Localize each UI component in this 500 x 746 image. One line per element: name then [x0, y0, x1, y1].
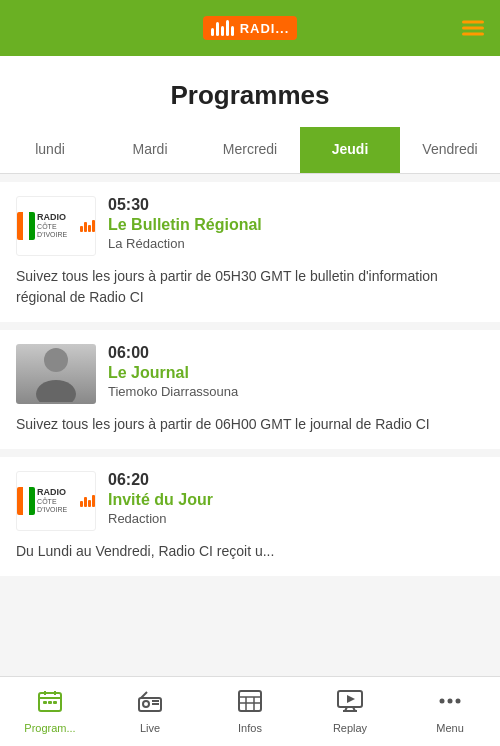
program-desc-3: Du Lundi au Vendredi, Radio CI reçoit u.… [16, 541, 484, 562]
radio-ci-label-3: RADIO CÔTE D'IVOIRE [37, 488, 76, 513]
program-name-3: Invité du Jour [108, 491, 484, 509]
app-header: RADI... [0, 0, 500, 56]
calendar-icon [38, 690, 62, 718]
screen-icon [337, 690, 363, 718]
person-silhouette-icon [32, 346, 80, 402]
flag-green [29, 212, 35, 240]
logo-box: RADI... [203, 16, 298, 40]
tab-mardi[interactable]: Mardi [100, 127, 200, 173]
svg-point-10 [143, 701, 149, 707]
program-thumb-3: RADIO CÔTE D'IVOIRE [16, 471, 96, 531]
nav-programs-label: Program... [24, 722, 75, 734]
wave-1 [80, 226, 83, 232]
svg-point-26 [456, 698, 461, 703]
nav-programs[interactable]: Program... [0, 682, 100, 742]
programs-list: RADIO CÔTE D'IVOIRE 05:30 Le Bulletin Ré… [0, 174, 500, 688]
program-info-3: 06:20 Invité du Jour Redaction [108, 471, 484, 526]
radio-ci-label: RADIO CÔTE D'IVOIRE [37, 213, 76, 238]
program-name-1: Le Bulletin Régional [108, 216, 484, 234]
radio-ci-text-1: RADIO [37, 213, 66, 223]
radio-waves-icon [80, 220, 95, 232]
wave-bar-1 [211, 28, 214, 36]
tab-lundi[interactable]: lundi [0, 127, 100, 173]
nav-infos[interactable]: Infos [200, 682, 300, 742]
wave-3-3 [88, 500, 91, 507]
program-time-2: 06:00 [108, 344, 484, 362]
dots-icon [437, 690, 463, 718]
radio-icon [137, 690, 163, 718]
program-time-3: 06:20 [108, 471, 484, 489]
page-title: Programmes [0, 80, 500, 111]
program-info-1: 05:30 Le Bulletin Régional La Rédaction [108, 196, 484, 251]
nav-replay[interactable]: Replay [300, 682, 400, 742]
program-author-2: Tiemoko Diarrassouna [108, 384, 484, 399]
tab-jeudi[interactable]: Jeudi [300, 127, 400, 173]
wave-3 [88, 225, 91, 232]
svg-point-24 [440, 698, 445, 703]
wave-bar-4 [226, 20, 229, 36]
flag-icon-3 [17, 487, 35, 515]
logo-waves-icon [211, 20, 234, 36]
nav-live-label: Live [140, 722, 160, 734]
nav-menu-label: Menu [436, 722, 464, 734]
program-card-2: 06:00 Le Journal Tiemoko Diarrassouna Su… [0, 330, 500, 449]
top-menu-button[interactable] [462, 21, 484, 36]
svg-point-25 [448, 698, 453, 703]
grid-icon [238, 690, 262, 718]
tab-vendredi[interactable]: Vendredi [400, 127, 500, 173]
program-time-1: 05:30 [108, 196, 484, 214]
program-author-1: La Rédaction [108, 236, 484, 251]
nav-replay-label: Replay [333, 722, 367, 734]
app-logo: RADI... [203, 16, 298, 40]
wave-3-1 [80, 501, 83, 507]
program-author-3: Redaction [108, 511, 484, 526]
program-header-1: RADIO CÔTE D'IVOIRE 05:30 Le Bulletin Ré… [16, 196, 484, 256]
flag-green-3 [29, 487, 35, 515]
day-tabs: lundi Mardi Mercredi Jeudi Vendredi [0, 127, 500, 174]
flag-icon [17, 212, 35, 240]
program-thumb-2 [16, 344, 96, 404]
wave-bar-3 [221, 26, 224, 36]
nav-menu[interactable]: Menu [400, 682, 500, 742]
menu-line-1 [462, 21, 484, 24]
svg-point-0 [44, 348, 68, 372]
svg-rect-8 [53, 701, 57, 704]
wave-bar-5 [231, 26, 234, 36]
page-title-section: Programmes [0, 56, 500, 127]
wave-bar-2 [216, 22, 219, 36]
program-card-3: RADIO CÔTE D'IVOIRE 06:20 Invité du Jour… [0, 457, 500, 576]
wave-2 [84, 222, 87, 232]
svg-rect-6 [43, 701, 47, 704]
radio-waves-icon-3 [80, 495, 95, 507]
program-desc-2: Suivez tous les jours à partir de 06H00 … [16, 414, 484, 435]
svg-marker-23 [347, 695, 355, 703]
program-name-2: Le Journal [108, 364, 484, 382]
menu-line-3 [462, 33, 484, 36]
svg-rect-14 [239, 691, 261, 711]
program-thumb-1: RADIO CÔTE D'IVOIRE [16, 196, 96, 256]
nav-live[interactable]: Live [100, 682, 200, 742]
menu-line-2 [462, 27, 484, 30]
wave-4 [92, 220, 95, 232]
radio-ci-text-3b: CÔTE D'IVOIRE [37, 498, 76, 513]
svg-point-1 [36, 380, 76, 402]
logo-text: RADI... [240, 21, 290, 36]
radio-ci-text-2: CÔTE D'IVOIRE [37, 223, 76, 238]
program-header-2: 06:00 Le Journal Tiemoko Diarrassouna [16, 344, 484, 404]
wave-3-4 [92, 495, 95, 507]
program-info-2: 06:00 Le Journal Tiemoko Diarrassouna [108, 344, 484, 399]
program-header-3: RADIO CÔTE D'IVOIRE 06:20 Invité du Jour… [16, 471, 484, 531]
svg-rect-7 [48, 701, 52, 704]
bottom-navigation: Program... Live Infos [0, 676, 500, 746]
program-card-1: RADIO CÔTE D'IVOIRE 05:30 Le Bulletin Ré… [0, 182, 500, 322]
tab-mercredi[interactable]: Mercredi [200, 127, 300, 173]
wave-3-2 [84, 497, 87, 507]
radio-ci-text-3a: RADIO [37, 488, 66, 498]
nav-infos-label: Infos [238, 722, 262, 734]
program-desc-1: Suivez tous les jours à partir de 05H30 … [16, 266, 484, 308]
